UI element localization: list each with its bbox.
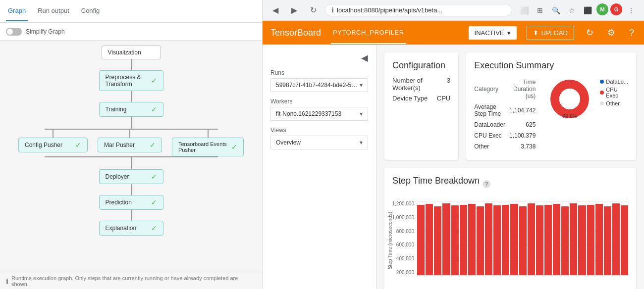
donut-percent-label: 99.6% (563, 114, 577, 119)
chart-bar (502, 205, 509, 276)
runs-select-text: 59987c7f-41b7-4284-bde2-5840d86... (276, 82, 360, 89)
node-explanation[interactable]: Explanation ✓ (99, 221, 163, 236)
workers-dropdown-icon: ▾ (360, 110, 363, 117)
merge-connector (12, 156, 250, 169)
chart-bar (578, 205, 586, 275)
config-device-value: CPU (437, 95, 450, 102)
config-row-device: Device Type CPU (392, 95, 450, 102)
chart-bar (451, 205, 459, 275)
legend-dot-cpu (600, 91, 604, 95)
views-select-text: Overview (276, 139, 301, 146)
connector-4 (131, 210, 132, 221)
branch-connector (12, 117, 250, 130)
execution-summary-card: Execution Summary Category Time Duration… (466, 52, 636, 160)
node-prediction[interactable]: Prediction ✓ (99, 195, 163, 210)
svg-point-2 (559, 89, 580, 109)
pytorch-profiler-tab[interactable]: PYTORCH_PROFILER (331, 22, 406, 44)
left-panel: Graph Run output Config Simplify Graph V… (0, 0, 263, 289)
config-row-workers: Number ofWorker(s) 3 (392, 77, 450, 92)
chart-bar (426, 204, 433, 275)
workers-label: Workers (270, 98, 368, 105)
branch-nodes: Config Pusher ✓ Mar Pusher ✓ Tensorboard… (12, 130, 250, 156)
tb-sidebar: ◀ Runs 59987c7f-41b7-4284-bde2-5840d86..… (263, 45, 376, 289)
chart-bar (561, 206, 569, 276)
exec-legend: DataLo... CPU Exec Other (600, 77, 628, 106)
connector-3 (131, 184, 132, 195)
upload-icon: ⬆ (533, 29, 538, 37)
chart-bar (434, 206, 441, 276)
node-tensorboard-events[interactable]: Tensorboard EventsPusher ✓ (172, 138, 244, 156)
inactive-button[interactable]: INACTIVE ▾ (469, 26, 517, 40)
node-deployer[interactable]: Deployer ✓ (99, 169, 163, 184)
step-time-help-icon[interactable]: ? (483, 180, 490, 188)
extensions-icon[interactable]: ⬛ (581, 3, 594, 17)
legend-dot-other (600, 101, 604, 105)
branch-col-2: Mar Pusher ✓ (98, 130, 162, 152)
cast-icon[interactable]: ⬜ (517, 3, 531, 17)
address-bar[interactable]: ℹ localhost:8080/pipeline/apis/v1beta... (325, 4, 512, 16)
donut-chart: 99.6% (547, 77, 592, 121)
views-field: Views Overview ▾ (270, 127, 368, 149)
tab-graph[interactable]: Graph (6, 1, 28, 21)
exec-row-cpu: CPU Exec 1,100,379 (474, 130, 539, 141)
runs-select[interactable]: 59987c7f-41b7-4284-bde2-5840d86... ▾ (270, 78, 368, 92)
views-dropdown-icon: ▾ (360, 139, 363, 146)
runs-label: Runs (270, 69, 368, 76)
collapse-sidebar-button[interactable]: ◀ (361, 52, 368, 63)
node-config-pusher[interactable]: Config Pusher ✓ (18, 138, 88, 152)
user-avatar[interactable]: G (610, 3, 622, 15)
sidebar-toggle: ◀ (270, 52, 368, 63)
views-select[interactable]: Overview ▾ (270, 136, 368, 149)
legend-cpu: CPU Exec (600, 87, 628, 98)
search-icon[interactable]: 🔍 (549, 3, 563, 17)
chart-bar (536, 205, 543, 275)
chart-bar (570, 203, 577, 276)
legend-other: Other (600, 100, 628, 106)
node-mar-pusher[interactable]: Mar Pusher ✓ (98, 138, 162, 152)
step-time-chart: 1,200,000 1,000,000 800,000 600,000 400,… (392, 196, 628, 285)
tab-config[interactable]: Config (79, 1, 102, 21)
exec-col-category: Category (474, 77, 509, 101)
simplify-graph-label: Simplify Graph (26, 28, 65, 35)
tensorboard-logo: TensorBoard (270, 28, 321, 38)
more-icon[interactable]: ⋮ (624, 3, 638, 17)
back-button[interactable]: ◀ (268, 3, 282, 17)
grid-icon[interactable]: ⊞ (533, 3, 547, 17)
configuration-title: Configuration (392, 60, 450, 71)
tab-run-output[interactable]: Run output (36, 1, 71, 21)
step-time-card: Step Time Breakdown ? 1,200,000 1,000,00… (384, 168, 636, 289)
step-time-title: Step Time Breakdown (392, 176, 480, 186)
legend-dot-datalo (600, 80, 604, 84)
top-row: Configuration Number ofWorker(s) 3 Devic… (384, 52, 636, 160)
forward-button[interactable]: ▶ (287, 3, 301, 17)
refresh-button[interactable]: ↻ (306, 3, 320, 17)
simplify-graph-toggle[interactable] (6, 28, 22, 36)
chart-bar (604, 206, 611, 276)
chart-bars (417, 201, 628, 275)
chart-bar (477, 206, 484, 276)
workers-select[interactable]: fit-None.1621229337153 ▾ (270, 107, 368, 121)
chart-bar (510, 204, 518, 275)
star-icon[interactable]: ☆ (565, 3, 579, 17)
settings-icon[interactable]: ⚙ (605, 25, 617, 40)
node-visualization[interactable]: Visualization (102, 46, 161, 59)
chart-bar (468, 204, 476, 275)
runs-dropdown-icon: ▾ (360, 82, 363, 89)
branch-col-3: Tensorboard EventsPusher ✓ (172, 130, 244, 156)
refresh-tb-icon[interactable]: ↻ (584, 25, 595, 40)
help-icon[interactable]: ? (627, 26, 636, 40)
profile-avatar[interactable]: M (596, 3, 608, 15)
chart-bar (417, 205, 425, 276)
upload-button[interactable]: ⬆ UPLOAD (527, 26, 574, 40)
browser-actions: ⬜ ⊞ 🔍 ☆ ⬛ M G ⋮ (517, 3, 638, 17)
execution-summary-title: Execution Summary (474, 60, 628, 71)
exec-row-other: Other 3,738 (474, 141, 539, 152)
node-training[interactable]: Training ✓ (99, 102, 163, 117)
node-preprocess[interactable]: Preprocess &Transform ✓ (99, 70, 163, 91)
workers-select-text: fit-None.1621229337153 (276, 110, 341, 117)
runs-field: Runs 59987c7f-41b7-4284-bde2-5840d86... … (270, 69, 368, 92)
workers-field: Workers fit-None.1621229337153 ▾ (270, 98, 368, 121)
tb-main: Configuration Number ofWorker(s) 3 Devic… (376, 45, 644, 289)
config-table: Number ofWorker(s) 3 Device Type CPU (392, 77, 450, 102)
config-workers-value: 3 (447, 77, 450, 92)
